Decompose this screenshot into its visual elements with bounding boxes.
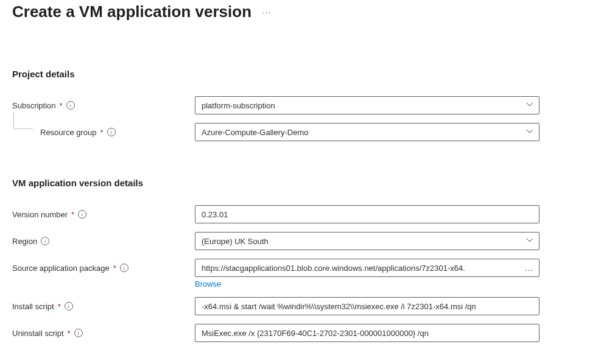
- section-vm-app-version-details: VM application version details Version n…: [12, 178, 578, 342]
- info-icon[interactable]: i: [66, 101, 75, 110]
- required-asterisk: *: [100, 128, 104, 137]
- region-label: Region: [12, 237, 37, 246]
- info-icon[interactable]: i: [74, 329, 83, 337]
- uninstall-script-input[interactable]: [195, 324, 539, 342]
- info-icon[interactable]: i: [107, 128, 116, 136]
- resource-group-value: Azure-Compute-Gallery-Demo: [202, 128, 309, 137]
- vm-app-version-details-heading: VM application version details: [12, 178, 578, 188]
- page-title: Create a VM application version: [12, 2, 251, 21]
- required-asterisk: *: [68, 329, 71, 338]
- info-icon[interactable]: i: [78, 210, 86, 219]
- resource-group-label: Resource group: [40, 128, 97, 137]
- required-asterisk: *: [71, 210, 74, 219]
- source-package-input[interactable]: https://stacgapplications01.blob.core.wi…: [195, 259, 539, 277]
- info-icon[interactable]: i: [41, 237, 49, 245]
- subscription-select[interactable]: platform-subscription: [195, 96, 539, 114]
- hierarchy-elbow: [13, 112, 33, 129]
- region-value: (Europe) UK South: [202, 237, 269, 246]
- info-icon[interactable]: i: [65, 302, 73, 310]
- resource-group-select[interactable]: Azure-Compute-Gallery-Demo: [195, 123, 539, 141]
- install-script-label: Install script: [12, 302, 54, 311]
- source-package-label: Source application package: [12, 264, 110, 273]
- required-asterisk: *: [113, 264, 116, 273]
- browse-link[interactable]: Browse: [195, 279, 221, 289]
- uninstall-script-label: Uninstall script: [12, 329, 64, 338]
- section-project-details: Project details Subscription * i platfor…: [12, 69, 578, 141]
- region-select[interactable]: (Europe) UK South: [195, 232, 539, 250]
- required-asterisk: *: [58, 302, 61, 311]
- version-number-input[interactable]: [195, 205, 539, 223]
- subscription-value: platform-subscription: [202, 101, 275, 110]
- subscription-label: Subscription: [12, 101, 56, 110]
- install-script-input[interactable]: [195, 297, 539, 315]
- version-number-label: Version number: [12, 210, 68, 219]
- required-asterisk: *: [60, 101, 63, 110]
- source-package-value: https://stacgapplications01.blob.core.wi…: [202, 264, 465, 273]
- project-details-heading: Project details: [12, 69, 578, 79]
- info-icon[interactable]: i: [120, 264, 128, 272]
- more-actions-icon[interactable]: ···: [262, 8, 272, 16]
